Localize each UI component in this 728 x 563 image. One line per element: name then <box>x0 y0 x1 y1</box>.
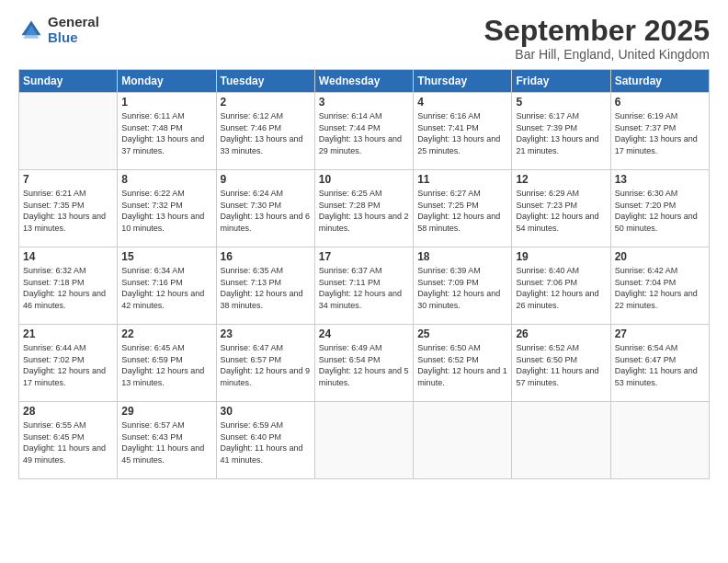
table-row: 9 Sunrise: 6:24 AM Sunset: 7:30 PM Dayli… <box>216 170 314 247</box>
cell-info: Sunrise: 6:42 AM Sunset: 7:04 PM Dayligh… <box>615 265 705 311</box>
sunrise-text: Sunrise: 6:30 AM <box>615 188 705 200</box>
sunset-text: Sunset: 7:30 PM <box>221 200 311 212</box>
sunset-text: Sunset: 6:52 PM <box>417 354 507 366</box>
daylight-text: Daylight: 13 hours and 10 minutes. <box>121 211 211 234</box>
daylight-text: Daylight: 12 hours and 50 minutes. <box>615 211 705 234</box>
day-number: 21 <box>23 327 113 340</box>
table-row <box>314 402 413 479</box>
cell-info: Sunrise: 6:16 AM Sunset: 7:41 PM Dayligh… <box>417 110 507 156</box>
table-row: 7 Sunrise: 6:21 AM Sunset: 7:35 PM Dayli… <box>19 170 118 247</box>
sunrise-text: Sunrise: 6:47 AM <box>221 342 311 354</box>
sunset-text: Sunset: 7:32 PM <box>121 200 211 212</box>
page: General Blue September 2025 Bar Hill, En… <box>0 0 728 563</box>
header-thursday: Thursday <box>414 70 512 93</box>
day-number: 2 <box>221 96 311 109</box>
sunrise-text: Sunrise: 6:52 AM <box>516 342 606 354</box>
sunset-text: Sunset: 7:25 PM <box>417 200 507 212</box>
sunset-text: Sunset: 6:47 PM <box>615 354 705 366</box>
table-row: 13 Sunrise: 6:30 AM Sunset: 7:20 PM Dayl… <box>610 170 709 247</box>
sunrise-text: Sunrise: 6:50 AM <box>417 342 507 354</box>
location-subtitle: Bar Hill, England, United Kingdom <box>484 47 710 62</box>
daylight-text: Daylight: 13 hours and 21 minutes. <box>516 133 606 156</box>
table-row: 15 Sunrise: 6:34 AM Sunset: 7:16 PM Dayl… <box>118 247 216 325</box>
sunset-text: Sunset: 7:11 PM <box>319 277 409 289</box>
table-row: 5 Sunrise: 6:17 AM Sunset: 7:39 PM Dayli… <box>512 93 610 170</box>
sunrise-text: Sunrise: 6:19 AM <box>615 110 705 122</box>
cell-info: Sunrise: 6:52 AM Sunset: 6:50 PM Dayligh… <box>516 342 606 388</box>
sunset-text: Sunset: 7:13 PM <box>221 277 311 289</box>
cell-info: Sunrise: 6:12 AM Sunset: 7:46 PM Dayligh… <box>221 110 311 156</box>
table-row: 25 Sunrise: 6:50 AM Sunset: 6:52 PM Dayl… <box>414 325 512 402</box>
sunset-text: Sunset: 6:43 PM <box>121 431 211 443</box>
daylight-text: Daylight: 12 hours and 30 minutes. <box>417 288 507 311</box>
daylight-text: Daylight: 12 hours and 22 minutes. <box>615 288 705 311</box>
cell-info: Sunrise: 6:49 AM Sunset: 6:54 PM Dayligh… <box>319 342 409 388</box>
day-number: 16 <box>221 250 311 263</box>
day-number: 13 <box>615 173 705 186</box>
daylight-text: Daylight: 12 hours and 54 minutes. <box>516 211 606 234</box>
day-number: 9 <box>221 173 311 186</box>
calendar-header-row: Sunday Monday Tuesday Wednesday Thursday… <box>19 70 710 93</box>
cell-info: Sunrise: 6:59 AM Sunset: 6:40 PM Dayligh… <box>221 419 311 465</box>
sunrise-text: Sunrise: 6:44 AM <box>23 342 113 354</box>
calendar-week-row: 28 Sunrise: 6:55 AM Sunset: 6:45 PM Dayl… <box>19 402 710 479</box>
daylight-text: Daylight: 12 hours and 13 minutes. <box>121 365 211 388</box>
daylight-text: Daylight: 13 hours and 13 minutes. <box>23 211 113 234</box>
sunset-text: Sunset: 7:46 PM <box>221 122 311 134</box>
sunrise-text: Sunrise: 6:59 AM <box>221 419 311 431</box>
sunrise-text: Sunrise: 6:21 AM <box>23 188 113 200</box>
header-wednesday: Wednesday <box>314 70 413 93</box>
day-number: 19 <box>516 250 606 263</box>
sunset-text: Sunset: 6:50 PM <box>516 354 606 366</box>
sunrise-text: Sunrise: 6:57 AM <box>121 419 211 431</box>
day-number: 24 <box>319 327 409 340</box>
cell-info: Sunrise: 6:11 AM Sunset: 7:48 PM Dayligh… <box>121 110 211 156</box>
sunrise-text: Sunrise: 6:27 AM <box>417 188 507 200</box>
sunset-text: Sunset: 6:57 PM <box>221 354 311 366</box>
table-row: 28 Sunrise: 6:55 AM Sunset: 6:45 PM Dayl… <box>19 402 118 479</box>
day-number: 14 <box>23 250 113 263</box>
daylight-text: Daylight: 13 hours and 6 minutes. <box>221 211 311 234</box>
sunrise-text: Sunrise: 6:32 AM <box>23 265 113 277</box>
daylight-text: Daylight: 13 hours and 25 minutes. <box>417 133 507 156</box>
cell-info: Sunrise: 6:22 AM Sunset: 7:32 PM Dayligh… <box>121 188 211 234</box>
cell-info: Sunrise: 6:37 AM Sunset: 7:11 PM Dayligh… <box>319 265 409 311</box>
table-row: 19 Sunrise: 6:40 AM Sunset: 7:06 PM Dayl… <box>512 247 610 325</box>
logo-text: General Blue <box>48 15 99 45</box>
day-number: 1 <box>121 96 211 109</box>
sunset-text: Sunset: 7:06 PM <box>516 277 606 289</box>
table-row: 26 Sunrise: 6:52 AM Sunset: 6:50 PM Dayl… <box>512 325 610 402</box>
cell-info: Sunrise: 6:44 AM Sunset: 7:02 PM Dayligh… <box>23 342 113 388</box>
sunrise-text: Sunrise: 6:11 AM <box>121 110 211 122</box>
calendar-table: Sunday Monday Tuesday Wednesday Thursday… <box>18 69 710 479</box>
cell-info: Sunrise: 6:25 AM Sunset: 7:28 PM Dayligh… <box>319 188 409 234</box>
daylight-text: Daylight: 11 hours and 49 minutes. <box>23 442 113 465</box>
cell-info: Sunrise: 6:45 AM Sunset: 6:59 PM Dayligh… <box>121 342 211 388</box>
day-number: 25 <box>417 327 507 340</box>
table-row <box>610 402 709 479</box>
cell-info: Sunrise: 6:57 AM Sunset: 6:43 PM Dayligh… <box>121 419 211 465</box>
day-number: 7 <box>23 173 113 186</box>
day-number: 30 <box>221 405 311 418</box>
day-number: 18 <box>417 250 507 263</box>
table-row: 1 Sunrise: 6:11 AM Sunset: 7:48 PM Dayli… <box>118 93 216 170</box>
day-number: 28 <box>23 405 113 418</box>
sunset-text: Sunset: 7:48 PM <box>121 122 211 134</box>
day-number: 23 <box>221 327 311 340</box>
table-row: 11 Sunrise: 6:27 AM Sunset: 7:25 PM Dayl… <box>414 170 512 247</box>
table-row: 4 Sunrise: 6:16 AM Sunset: 7:41 PM Dayli… <box>414 93 512 170</box>
sunrise-text: Sunrise: 6:55 AM <box>23 419 113 431</box>
table-row: 12 Sunrise: 6:29 AM Sunset: 7:23 PM Dayl… <box>512 170 610 247</box>
day-number: 17 <box>319 250 409 263</box>
sunset-text: Sunset: 7:41 PM <box>417 122 507 134</box>
cell-info: Sunrise: 6:40 AM Sunset: 7:06 PM Dayligh… <box>516 265 606 311</box>
month-title: September 2025 <box>484 15 710 47</box>
daylight-text: Daylight: 13 hours and 17 minutes. <box>615 133 705 156</box>
daylight-text: Daylight: 11 hours and 57 minutes. <box>516 365 606 388</box>
sunset-text: Sunset: 7:04 PM <box>615 277 705 289</box>
cell-info: Sunrise: 6:50 AM Sunset: 6:52 PM Dayligh… <box>417 342 507 388</box>
header-tuesday: Tuesday <box>216 70 314 93</box>
cell-info: Sunrise: 6:27 AM Sunset: 7:25 PM Dayligh… <box>417 188 507 234</box>
sunset-text: Sunset: 7:16 PM <box>121 277 211 289</box>
day-number: 20 <box>615 250 705 263</box>
